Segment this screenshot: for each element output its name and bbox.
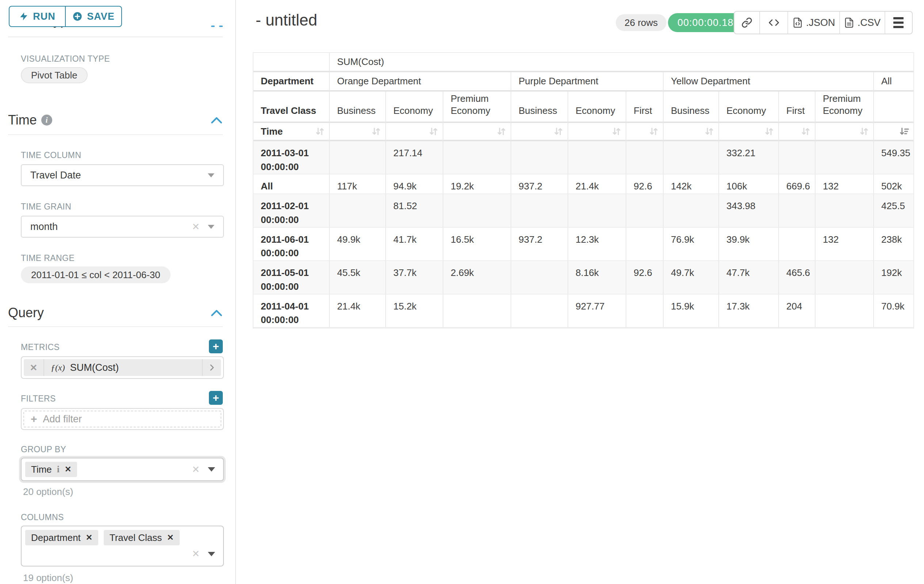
value-cell: 132 bbox=[815, 228, 873, 261]
sort-icon[interactable] bbox=[704, 126, 715, 137]
columns-chip-label: Department bbox=[31, 532, 81, 543]
panel-drag-handle-dot[interactable] bbox=[211, 26, 215, 27]
value-cell: 937.2 bbox=[511, 228, 568, 261]
metric-name: SUM(Cost) bbox=[70, 362, 119, 373]
value-cell: 192k bbox=[873, 261, 913, 294]
column-sort-cell[interactable] bbox=[873, 123, 913, 141]
query-section-title: Query bbox=[8, 305, 44, 321]
info-icon[interactable]: i bbox=[57, 464, 59, 475]
travel-class-header: Premium Economy bbox=[815, 92, 873, 123]
department-group-header: All bbox=[873, 72, 913, 92]
sort-icon[interactable] bbox=[859, 126, 870, 137]
table-row: All117k94.9k19.2k937.221.4k92.6142k106k6… bbox=[254, 174, 913, 194]
csv-file-icon bbox=[844, 17, 855, 28]
add-filter-plus-button[interactable]: + bbox=[209, 391, 223, 405]
value-cell: 15.9k bbox=[663, 294, 718, 328]
value-cell bbox=[329, 141, 385, 174]
value-cell: 19.2k bbox=[443, 174, 511, 194]
column-sort-cell[interactable] bbox=[663, 123, 718, 141]
clear-icon[interactable]: ✕ bbox=[192, 548, 200, 559]
columns-select[interactable]: Department ✕ Travel Class ✕ ✕ bbox=[21, 526, 224, 566]
remove-chip-icon[interactable]: ✕ bbox=[64, 465, 71, 474]
column-sort-cell[interactable] bbox=[625, 123, 663, 141]
columns-chip-department[interactable]: Department ✕ bbox=[25, 530, 98, 545]
column-sort-cell[interactable] bbox=[511, 123, 568, 141]
column-sort-cell[interactable] bbox=[329, 123, 385, 141]
run-button[interactable]: RUN bbox=[9, 6, 66, 27]
column-sort-cell[interactable] bbox=[778, 123, 815, 141]
sort-desc-icon[interactable] bbox=[899, 126, 910, 137]
chevron-right-icon bbox=[208, 363, 216, 372]
column-sort-cell[interactable] bbox=[718, 123, 778, 141]
time-range-chip[interactable]: 2011-01-01 ≤ col < 2011-06-30 bbox=[21, 267, 170, 283]
sort-icon[interactable] bbox=[611, 126, 622, 137]
add-filter-button[interactable]: + Add filter bbox=[23, 411, 221, 428]
value-cell bbox=[329, 194, 385, 227]
chevron-down-icon[interactable] bbox=[208, 467, 215, 472]
value-cell: 76.9k bbox=[663, 228, 718, 261]
value-cell bbox=[511, 294, 568, 328]
column-sort-cell[interactable] bbox=[568, 123, 625, 141]
value-cell: 39.9k bbox=[718, 228, 778, 261]
time-sort-cell[interactable]: Time bbox=[254, 123, 329, 141]
value-cell bbox=[625, 141, 663, 174]
column-sort-cell[interactable] bbox=[815, 123, 873, 141]
group-by-chip-label: Time bbox=[31, 464, 52, 475]
value-cell: 92.6 bbox=[625, 174, 663, 194]
chevron-up-icon[interactable] bbox=[210, 116, 223, 125]
value-cell bbox=[815, 261, 873, 294]
columns-chip-travel-class[interactable]: Travel Class ✕ bbox=[104, 530, 180, 545]
view-query-button[interactable] bbox=[760, 12, 788, 34]
value-cell bbox=[443, 194, 511, 227]
value-cell: 37.7k bbox=[385, 261, 443, 294]
column-sort-cell[interactable] bbox=[385, 123, 443, 141]
export-csv-button[interactable]: .CSV bbox=[840, 12, 885, 34]
chevron-up-icon[interactable] bbox=[210, 308, 223, 317]
panel-drag-handle-dot[interactable] bbox=[219, 26, 223, 27]
sort-icon[interactable] bbox=[553, 126, 564, 137]
row-label-cell: 2011-04-01 00:00:00 bbox=[254, 294, 329, 328]
save-button[interactable]: SAVE bbox=[65, 6, 122, 27]
chevron-down-icon[interactable] bbox=[208, 552, 215, 556]
sort-icon[interactable] bbox=[371, 126, 382, 137]
column-sort-cell[interactable] bbox=[443, 123, 511, 141]
remove-chip-icon[interactable]: ✕ bbox=[86, 533, 92, 542]
remove-metric-icon[interactable]: ✕ bbox=[24, 359, 44, 376]
sort-icon[interactable] bbox=[800, 126, 811, 137]
time-column-select[interactable]: Travel Date bbox=[21, 164, 224, 186]
query-section-header: Query bbox=[8, 305, 223, 321]
metric-pill[interactable]: ✕ ƒ(x) SUM(Cost) bbox=[24, 359, 221, 376]
export-json-button[interactable]: .JSON bbox=[788, 12, 840, 34]
copy-link-button[interactable] bbox=[734, 12, 760, 34]
info-icon[interactable]: i bbox=[41, 115, 52, 125]
visualization-type-chip[interactable]: Pivot Table bbox=[21, 67, 87, 83]
value-cell bbox=[778, 194, 815, 227]
value-cell: 17.3k bbox=[718, 294, 778, 328]
group-by-label: GROUP BY bbox=[21, 444, 66, 454]
sort-icon[interactable] bbox=[428, 126, 439, 137]
time-section-header: Time i bbox=[8, 112, 223, 128]
expand-metric-button[interactable] bbox=[202, 359, 221, 376]
value-cell bbox=[511, 194, 568, 227]
remove-chip-icon[interactable]: ✕ bbox=[167, 533, 173, 542]
value-cell: 106k bbox=[718, 174, 778, 194]
travel-class-corner-label: Travel Class bbox=[254, 92, 329, 123]
sort-icon[interactable] bbox=[314, 126, 325, 137]
sort-icon[interactable] bbox=[764, 126, 775, 137]
sort-icon[interactable] bbox=[496, 126, 507, 137]
clear-icon[interactable]: ✕ bbox=[192, 221, 200, 232]
time-grain-select[interactable]: month ✕ bbox=[21, 216, 224, 238]
clear-icon[interactable]: ✕ bbox=[192, 464, 200, 475]
value-cell bbox=[778, 141, 815, 174]
group-by-select[interactable]: Time i ✕ ✕ bbox=[21, 458, 224, 481]
group-by-chip-time[interactable]: Time i ✕ bbox=[25, 462, 77, 477]
travel-class-header bbox=[873, 92, 913, 123]
department-group-header: Yellow Department bbox=[663, 72, 873, 92]
value-cell: 21.4k bbox=[329, 294, 385, 328]
sort-icon[interactable] bbox=[648, 126, 659, 137]
row-label-cell: 2011-02-01 00:00:00 bbox=[254, 194, 329, 227]
value-cell bbox=[511, 141, 568, 174]
chart-title[interactable]: - untitled bbox=[256, 11, 317, 29]
add-metric-button[interactable]: + bbox=[209, 339, 223, 353]
more-options-button[interactable] bbox=[885, 12, 912, 34]
